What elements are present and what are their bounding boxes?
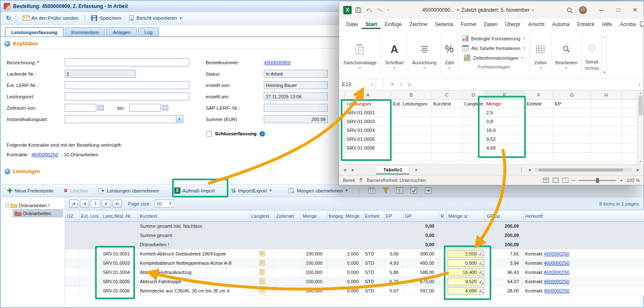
tree-item-root[interactable]: − Dränarbeiten ! (3, 202, 63, 209)
calendar-icon[interactable] (162, 105, 168, 111)
zoom-in-icon[interactable]: + (620, 177, 623, 184)
excel-cell[interactable] (591, 135, 622, 144)
col-menge[interactable]: Menge (301, 211, 327, 221)
excel-cell[interactable] (525, 144, 553, 153)
col-leist-mat-nr[interactable]: Leist./Mat.-Nr. (101, 211, 138, 221)
excel-cell[interactable]: SRV.01.0001 (345, 108, 391, 117)
import-export-button[interactable]: Import/Export ▼ (230, 187, 274, 195)
excel-cell[interactable]: Langtext (463, 100, 485, 108)
sheet-prev-icon[interactable]: ◀ (342, 168, 347, 172)
bestellnummer-link[interactable]: 4500000909 (264, 60, 291, 65)
leistungsort-input[interactable] (65, 92, 189, 100)
excel-cell[interactable] (525, 153, 553, 161)
format-as-table-button[interactable]: Als Tabelle formatieren▼ (462, 43, 526, 53)
aufmass-import-button[interactable]: X Aufmaß-Import (173, 187, 216, 195)
menge-ur-input[interactable]: 0,800 (448, 259, 484, 267)
vertical-scrollbar[interactable]: ▲ ▼ (637, 90, 644, 164)
cancel-icon[interactable]: ✕ (390, 82, 395, 87)
neue-freitextzeile-button[interactable]: ✚ Neue Freitextzeile (6, 187, 55, 194)
excel-cell[interactable] (432, 144, 463, 153)
scroll-down-icon[interactable]: ▼ (639, 160, 642, 163)
col-menge-ur[interactable]: Menge ur (446, 211, 485, 221)
excel-cell[interactable]: 9,52 (485, 135, 525, 144)
sheet-next-icon[interactable]: ▶ (350, 168, 356, 172)
excel-col-a[interactable]: A (345, 90, 391, 99)
collapse-section-icon[interactable]: » (4, 41, 10, 47)
accessibility-status[interactable]: Barrierefreiheit: Untersuchen (367, 178, 426, 183)
excel-col-f[interactable]: F (525, 90, 553, 99)
hscroll-left-icon[interactable]: ◀ (527, 168, 533, 172)
ribbon-tab-entwick[interactable]: Entwick (573, 20, 598, 29)
langtext-icon[interactable] (260, 288, 265, 293)
instandhaltungsart-select[interactable]: ▼ (65, 115, 183, 123)
zoom-thumb[interactable] (596, 178, 599, 183)
excel-cell[interactable] (432, 126, 463, 135)
kontrakt-link[interactable]: 4600000250 (544, 270, 570, 275)
excel-cell[interactable] (591, 100, 622, 108)
ribbon-tab-ueberpr[interactable]: Überpr (501, 20, 525, 29)
hscroll-right-icon[interactable]: ▶ (635, 168, 641, 172)
page-layout-view-icon[interactable] (553, 178, 559, 183)
excel-cell[interactable] (591, 153, 622, 161)
menge-ur-input[interactable]: 2,500 (448, 250, 484, 258)
export-report-button[interactable]: Bericht exportieren ▼ (126, 14, 185, 22)
excel-col-c[interactable]: C (432, 90, 463, 99)
cells-group[interactable]: Zellen ▼ (530, 30, 551, 79)
excel-cell[interactable] (391, 144, 432, 153)
scrollbar-thumb[interactable] (538, 168, 623, 171)
excel-cell[interactable] (525, 135, 553, 144)
excel-cell[interactable] (463, 144, 485, 153)
excel-cell[interactable] (553, 108, 591, 117)
excel-cell[interactable]: 4,69 (485, 144, 525, 153)
loeschen-button[interactable]: ✖ Löschen (62, 187, 90, 195)
excel-cell[interactable]: 0,8 (485, 117, 525, 126)
ribbon-tab-hilfe[interactable]: Hilfe (598, 20, 616, 29)
tab-leistungserfassung[interactable]: Leistungserfassung (5, 27, 64, 37)
ribbon-tab-start[interactable]: Start (362, 20, 381, 29)
zoom-out-icon[interactable]: − (572, 177, 575, 184)
table-check-icon[interactable] (411, 187, 417, 194)
ribbon-tab-automa[interactable]: Automa (549, 20, 573, 29)
alignment-group[interactable]: Ausrichtung ▼ (408, 30, 441, 79)
fx-icon[interactable]: fx (408, 82, 412, 88)
excel-col-g[interactable]: G (553, 90, 591, 99)
excel-cell[interactable] (525, 108, 553, 117)
save-button[interactable]: Speichern (88, 14, 124, 22)
excel-cell[interactable]: Ext. Leistungsnr. (391, 100, 432, 108)
excel-cell[interactable] (525, 126, 553, 135)
sheet-tab-tabelle1[interactable]: Tabelle1 (376, 166, 409, 174)
excel-cell[interactable] (391, 153, 432, 161)
excel-cell[interactable] (463, 126, 485, 135)
excel-cell[interactable]: SRV.01.0004 (345, 126, 391, 135)
ribbon-tab-ansicht[interactable]: Ansicht (524, 20, 548, 29)
tab-log[interactable]: Log (138, 27, 159, 37)
first-page-icon[interactable]: |◀ (69, 200, 78, 208)
excel-cell[interactable] (463, 117, 485, 126)
excel-col-h[interactable]: H (591, 90, 622, 99)
close-button[interactable]: ✕ (627, 1, 644, 19)
excel-cell[interactable] (391, 117, 432, 126)
vertical-dots-icon[interactable]: ⋮ (381, 82, 386, 87)
excel-cell[interactable]: 2,5 (485, 108, 525, 117)
excel-col-e[interactable]: E (485, 90, 525, 99)
kontrakt-link[interactable]: 4600000250 (544, 279, 570, 284)
ribbon-tab-datei[interactable]: Datei (342, 20, 362, 29)
langtext-icon[interactable] (260, 251, 265, 256)
col-ep[interactable]: EP (384, 211, 403, 221)
excel-cell[interactable] (553, 153, 591, 161)
excel-cell[interactable] (391, 135, 432, 144)
prev-page-icon[interactable]: ◀ (80, 200, 89, 208)
tree-item-child[interactable]: Dränarbeiten (13, 209, 63, 217)
last-page-icon[interactable]: ▶| (113, 200, 122, 208)
excel-cell[interactable] (432, 135, 463, 144)
send-to-reviewer-button[interactable]: An den Prüfer senden (20, 14, 82, 22)
current-page[interactable]: 1 (91, 200, 100, 208)
excel-cell[interactable]: SRV.01.0006 (345, 144, 391, 153)
excel-cell[interactable]: SRV.01.0003 (345, 117, 391, 126)
name-box[interactable]: E13 ▾ (339, 79, 376, 90)
ribbon-tab-acroba[interactable]: Acroba (616, 20, 639, 29)
excel-cell[interactable] (432, 108, 463, 117)
redo-icon[interactable]: ↷▾ (376, 7, 382, 13)
tab-kommentare[interactable]: Kommentare (65, 27, 105, 37)
excel-cell[interactable] (525, 117, 553, 126)
